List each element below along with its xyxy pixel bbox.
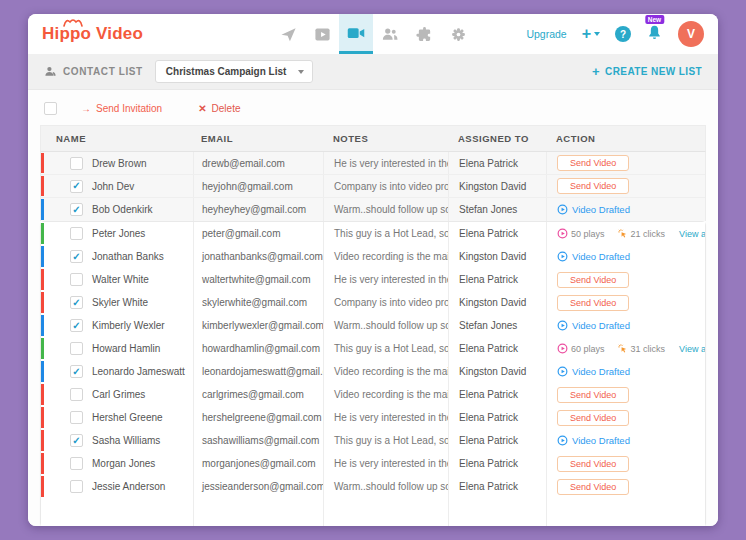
row-status-strip [41, 430, 44, 451]
video-drafted-label: Video Drafted [572, 251, 630, 262]
send-video-button[interactable]: Send Video [557, 456, 629, 472]
check-icon: ✓ [72, 436, 80, 446]
contact-assigned-to: Kingston David [459, 251, 526, 262]
view-all-link[interactable]: View all [679, 344, 705, 354]
row-status-strip [41, 246, 44, 267]
contact-email: sashawilliams@gmail.com [202, 435, 319, 446]
send-video-button[interactable]: Send Video [557, 272, 629, 288]
contact-assigned-to: Elena Patrick [459, 481, 518, 492]
contact-name: Drew Brown [92, 158, 146, 169]
contact-email: skylerwhite@gmail.com [202, 297, 307, 308]
video-drafted-link[interactable]: Video Drafted [557, 366, 630, 377]
select-all-checkbox[interactable]: ✓ [44, 102, 57, 115]
rocket-icon [280, 26, 297, 43]
row-checkbox[interactable]: ✓ [70, 434, 83, 447]
row-checkbox[interactable]: ✓ [70, 388, 83, 401]
send-video-button[interactable]: Send Video [557, 410, 629, 426]
avatar[interactable]: V [678, 21, 704, 47]
contact-list-bar: CONTACT LIST Christmas Campaign List + C… [28, 54, 718, 90]
row-checkbox[interactable]: ✓ [70, 480, 83, 493]
row-checkbox[interactable]: ✓ [70, 457, 83, 470]
nav-record[interactable] [339, 14, 373, 54]
plays-count: 50 plays [571, 229, 605, 239]
contacts-table: NAME EMAIL NOTES ASSIGNED TO ACTION ✓Dre… [40, 125, 706, 526]
row-checkbox[interactable]: ✓ [70, 227, 83, 240]
video-drafted-link[interactable]: Video Drafted [557, 204, 630, 215]
nav-settings[interactable] [441, 14, 475, 54]
plays-icon [557, 343, 568, 354]
delete-button[interactable]: ✕ Delete [198, 103, 240, 114]
create-new-list-label: CREATE NEW LIST [605, 66, 702, 77]
contact-email: morganjones@gmail.com [202, 458, 316, 469]
send-video-button[interactable]: Send Video [557, 155, 629, 171]
row-checkbox[interactable]: ✓ [70, 157, 83, 170]
table-row: ✓Carl Grimescarlgrimes@gmail.comVideo re… [41, 383, 705, 406]
nav-integrations[interactable] [407, 14, 441, 54]
contact-assigned-to: Elena Patrick [459, 158, 518, 169]
video-camera-icon [347, 24, 365, 42]
row-status-strip [41, 476, 44, 497]
send-video-button[interactable]: Send Video [557, 479, 629, 495]
view-all-link[interactable]: View all [679, 229, 705, 239]
row-checkbox[interactable]: ✓ [70, 296, 83, 309]
contact-name: Howard Hamlin [92, 343, 160, 354]
video-drafted-label: Video Drafted [572, 204, 630, 215]
person-icon [44, 65, 57, 78]
table-row: ✓Kimberly Wexlerkimberlywexler@gmail.com… [41, 314, 705, 337]
send-video-button[interactable]: Send Video [557, 178, 629, 194]
contact-email: heyjohn@gmail.com [202, 181, 293, 192]
video-stats: 50 plays21 clicksView all [557, 228, 705, 239]
contact-notes: Video recording is the mai... [334, 251, 448, 262]
table-row: ✓Howard Hamlinhowardhamlin@gmail.comThis… [41, 337, 705, 360]
send-video-button[interactable]: Send Video [557, 387, 629, 403]
row-checkbox[interactable]: ✓ [70, 273, 83, 286]
nav-contacts[interactable] [373, 14, 407, 54]
action-cell: 50 plays21 clicksView all [546, 222, 705, 245]
contact-name: Kimberly Wexler [92, 320, 165, 331]
check-icon: ✓ [72, 252, 80, 262]
hippo-video-logo[interactable]: Hippo Video [42, 24, 143, 44]
clicks-stat: 21 clicks [617, 228, 666, 239]
contact-notes: Video recording is the mai... [334, 366, 448, 377]
list-selector-dropdown[interactable]: Christmas Campaign List [155, 60, 314, 83]
table-row: ✓Leonardo Jameswattleonardojameswatt@gma… [41, 360, 705, 383]
table-row: ✓Peter Jonespeter@gmail.comThis guy is a… [41, 222, 705, 245]
send-invitation-button[interactable]: → Send Invitation [81, 103, 162, 114]
nav-videos[interactable] [305, 14, 339, 54]
contact-notes: Warm..should follow up so... [334, 481, 448, 492]
plays-count: 60 plays [571, 344, 605, 354]
row-checkbox[interactable]: ✓ [70, 250, 83, 263]
contact-notes: Warm..should follow up so.... [334, 204, 448, 215]
row-checkbox[interactable]: ✓ [70, 411, 83, 424]
row-checkbox[interactable]: ✓ [70, 319, 83, 332]
plays-icon [557, 228, 568, 239]
video-stats: 60 plays31 clicksView all [557, 343, 705, 354]
contact-name: Walter White [92, 274, 149, 285]
help-button[interactable]: ? [615, 26, 631, 42]
video-drafted-link[interactable]: Video Drafted [557, 251, 630, 262]
upgrade-link[interactable]: Upgrade [526, 28, 566, 40]
row-checkbox[interactable]: ✓ [70, 365, 83, 378]
video-drafted-label: Video Drafted [572, 435, 630, 446]
action-cell: Send Video [546, 152, 705, 174]
check-icon: ✓ [72, 205, 80, 215]
top-right-actions: Upgrade + ? New V [526, 21, 704, 47]
contact-name: Leonardo Jameswatt [92, 366, 185, 377]
create-new-list-button[interactable]: + CREATE NEW LIST [592, 64, 702, 79]
play-circle-icon [557, 204, 568, 215]
notifications-button[interactable]: New [646, 24, 663, 45]
action-cell: Send Video [546, 383, 705, 406]
row-checkbox[interactable]: ✓ [70, 203, 83, 216]
contact-assigned-to: Stefan Jones [459, 320, 517, 331]
nav-rocket[interactable] [271, 14, 305, 54]
quick-create-menu[interactable]: + [582, 25, 600, 43]
row-checkbox[interactable]: ✓ [70, 180, 83, 193]
video-drafted-link[interactable]: Video Drafted [557, 435, 630, 446]
action-cell: Send Video [546, 475, 705, 498]
action-cell: Send Video [546, 268, 705, 291]
video-drafted-link[interactable]: Video Drafted [557, 320, 630, 331]
bulk-actions-toolbar: ✓ → Send Invitation ✕ Delete [28, 90, 718, 125]
table-row: ✓Sasha Williamssashawilliams@gmail.comTh… [41, 429, 705, 452]
row-checkbox[interactable]: ✓ [70, 342, 83, 355]
send-video-button[interactable]: Send Video [557, 295, 629, 311]
